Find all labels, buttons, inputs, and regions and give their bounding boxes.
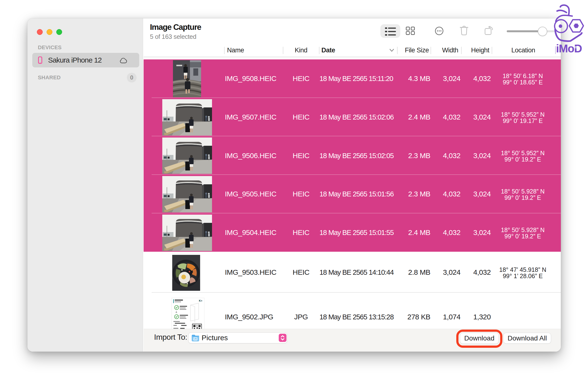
svg-text:iMoD: iMoD — [556, 42, 582, 55]
svg-text:K+: K+ — [199, 299, 202, 302]
